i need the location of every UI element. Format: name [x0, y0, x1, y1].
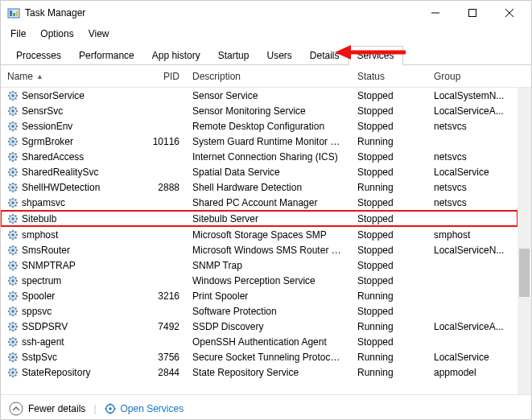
service-status: Stopped	[351, 105, 427, 117]
col-header-description[interactable]: Description	[186, 71, 351, 82]
close-button[interactable]	[491, 1, 528, 25]
service-group: LocalServiceN...	[427, 245, 518, 256]
menu-file[interactable]: File	[9, 27, 27, 41]
table-row[interactable]: SitebulbSitebulb ServerStopped	[1, 211, 518, 226]
service-name: SharedRealitySvc	[22, 167, 98, 178]
service-status: Running	[351, 182, 427, 193]
fewer-details-button[interactable]: Fewer details	[9, 401, 85, 416]
svg-line-16	[10, 92, 10, 93]
table-row[interactable]: StateRepository2844State Repository Serv…	[1, 364, 531, 380]
svg-line-167	[15, 329, 16, 330]
service-description: Sitebulb Server	[186, 213, 351, 224]
svg-line-79	[10, 190, 10, 191]
table-row[interactable]: spectrumWindows Perception ServiceStoppe…	[1, 273, 531, 288]
service-status: Stopped	[351, 336, 427, 348]
open-services-link[interactable]: Open Services	[105, 403, 184, 414]
table-row[interactable]: SgrmBroker10116System Guard Runtime Moni…	[1, 134, 531, 149]
services-icon	[105, 403, 116, 414]
service-description: Sensor Service	[186, 90, 351, 101]
scrollbar-thumb[interactable]	[519, 249, 530, 297]
svg-rect-2	[13, 13, 15, 16]
table-row[interactable]: SharedRealitySvcSpatial Data ServiceStop…	[1, 164, 531, 179]
window-title: Task Manager	[25, 7, 417, 19]
vertical-scrollbar[interactable]	[518, 88, 531, 394]
table-row[interactable]: Spooler3216Print SpoolerRunning	[1, 288, 531, 303]
tab-app-history[interactable]: App history	[143, 46, 209, 65]
svg-line-198	[15, 369, 16, 369]
svg-point-111	[11, 249, 14, 252]
table-row[interactable]: ssh-agentOpenSSH Authentication AgentSto…	[1, 334, 531, 349]
footer: Fewer details | Open Services	[1, 394, 531, 420]
svg-point-41	[11, 140, 14, 143]
table-row[interactable]: SNMPTRAPSNMP TrapStopped	[1, 257, 531, 273]
service-status: Stopped	[351, 197, 427, 208]
table-row[interactable]: SessionEnvRemote Desktop ConfigurationSt…	[1, 118, 531, 134]
tab-services[interactable]: Services	[348, 46, 403, 65]
svg-point-81	[11, 201, 14, 204]
svg-line-179	[10, 344, 10, 345]
table-row[interactable]: SharedAccessInternet Connection Sharing …	[1, 149, 531, 164]
svg-point-61	[11, 171, 14, 174]
svg-point-202	[109, 407, 112, 410]
service-name: SSDPSRV	[22, 321, 68, 332]
col-header-group[interactable]: Group	[427, 71, 518, 82]
maximize-button[interactable]	[454, 1, 491, 25]
svg-line-158	[15, 307, 16, 308]
tab-performance[interactable]: Performance	[70, 46, 143, 65]
table-row[interactable]: SensrSvcSensor Monitoring ServiceStopped…	[1, 103, 531, 118]
svg-line-117	[15, 253, 16, 253]
svg-line-59	[10, 159, 10, 160]
col-header-pid[interactable]: PID	[142, 71, 186, 82]
svg-line-27	[15, 113, 16, 114]
table-row[interactable]: ShellHWDetection2888Shell Hardware Detec…	[1, 179, 531, 195]
service-group: netsvcs	[427, 151, 518, 163]
svg-line-168	[15, 323, 16, 323]
svg-line-187	[15, 360, 16, 360]
table-row[interactable]: SstpSvc3756Secure Socket Tunneling Proto…	[1, 349, 531, 364]
service-name: SgrmBroker	[22, 136, 73, 147]
tab-startup[interactable]: Startup	[209, 46, 258, 65]
svg-line-89	[10, 205, 10, 206]
col-header-name-label: Name	[7, 71, 33, 82]
svg-line-149	[10, 299, 10, 299]
svg-line-186	[10, 353, 10, 354]
service-name: SmsRouter	[22, 245, 70, 256]
chevron-up-circle-icon	[9, 401, 23, 416]
service-status: Running	[351, 290, 427, 302]
table-row[interactable]: shpamsvcShared PC Account ManagerStopped…	[1, 195, 531, 210]
svg-point-131	[11, 279, 14, 282]
svg-line-98	[15, 215, 16, 216]
tab-details[interactable]: Details	[301, 46, 348, 65]
table-row[interactable]: sppsvcSoftware ProtectionStopped	[1, 303, 531, 319]
svg-line-18	[15, 92, 16, 93]
gear-icon	[7, 105, 19, 117]
col-header-status[interactable]: Status	[351, 71, 427, 82]
minimize-button[interactable]	[417, 1, 454, 25]
svg-line-78	[15, 183, 16, 184]
svg-line-147	[15, 299, 16, 299]
svg-line-169	[10, 329, 10, 330]
table-row[interactable]: SmsRouterMicrosoft Windows SMS Router Se…	[1, 242, 531, 257]
menu-options[interactable]: Options	[39, 27, 75, 41]
service-pid: 3216	[142, 290, 186, 302]
table-row[interactable]: smphostMicrosoft Storage Spaces SMPStopp…	[1, 227, 531, 242]
table-row[interactable]: SSDPSRV7492SSDP DiscoveryRunningLocalSer…	[1, 319, 531, 334]
service-description: Spatial Data Service	[186, 167, 351, 178]
svg-line-56	[10, 153, 10, 154]
service-name: SNMPTRAP	[22, 260, 76, 271]
menubar: File Options View	[1, 25, 531, 44]
services-list: Name ▲ PID Description Status Group Sens…	[1, 65, 531, 394]
svg-rect-5	[469, 10, 476, 17]
tab-processes[interactable]: Processes	[7, 46, 70, 65]
svg-rect-3	[16, 11, 18, 16]
table-row[interactable]: SensorServiceSensor ServiceStoppedLocalS…	[1, 88, 531, 103]
svg-line-67	[15, 175, 16, 175]
col-header-name[interactable]: Name ▲	[1, 71, 142, 82]
svg-line-156	[10, 307, 10, 308]
svg-line-138	[15, 277, 16, 278]
service-description: Shell Hardware Detection	[186, 182, 351, 193]
tab-users[interactable]: Users	[258, 46, 300, 65]
service-description: Shared PC Account Manager	[186, 197, 351, 208]
menu-view[interactable]: View	[87, 27, 111, 41]
tab-strip: Processes Performance App history Startu…	[1, 46, 531, 65]
